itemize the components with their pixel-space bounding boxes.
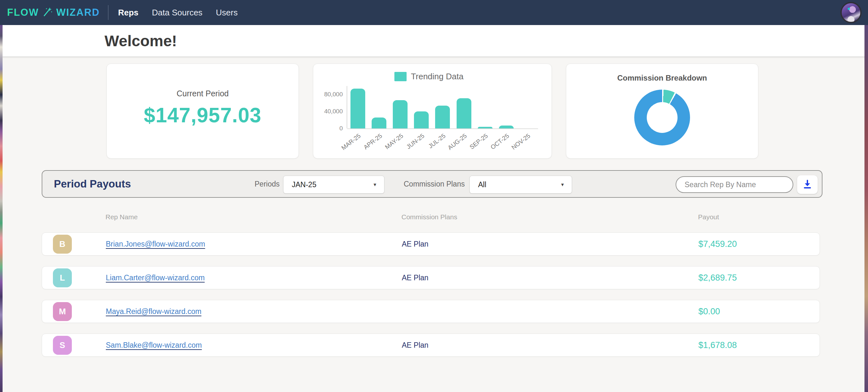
rep-email-link[interactable]: Brian.Jones@flow-wizard.com <box>106 240 205 249</box>
donut-chart-title: Commission Breakdown <box>566 74 758 83</box>
trending-data-card: Trending Data 040,00080,000 MAR-25APR-25… <box>313 63 552 159</box>
legend-label: Trending Data <box>411 72 464 82</box>
table-header-row: Rep Name Commission Plans Payout <box>42 211 820 223</box>
download-button[interactable] <box>797 175 818 194</box>
x-tick-label: JUL-25 <box>427 132 447 150</box>
x-tick-label: SEP-25 <box>468 132 489 151</box>
bar-AUG-25 <box>457 98 471 129</box>
app-logo[interactable]: FLOW WIZARD <box>7 6 100 19</box>
bar-slot-NOV-25: NOV-25 <box>517 86 538 129</box>
bar-slot-SEP-25: SEP-25 <box>474 86 496 129</box>
bar-slot-OCT-25: OCT-25 <box>496 86 517 129</box>
payout-cell: $0.00 <box>699 307 819 316</box>
x-tick-label: JUN-25 <box>405 132 426 150</box>
donut-chart <box>634 90 690 145</box>
bar-JUL-25 <box>435 106 450 129</box>
commission-plan-cell: AE Plan <box>402 274 699 282</box>
x-tick-label: MAR-25 <box>340 132 362 151</box>
x-tick-label: APR-25 <box>362 132 383 151</box>
page-title: Welcome! <box>104 32 177 50</box>
commission-plans-dropdown[interactable]: All ▼ <box>469 176 572 194</box>
bar-MAY-25 <box>393 100 407 129</box>
rep-email-link[interactable]: Liam.Carter@flow-wizard.com <box>106 274 205 282</box>
bar-SEP-25 <box>478 127 493 129</box>
logo-text-flow: FLOW <box>7 7 39 18</box>
current-period-label: Current Period <box>107 89 299 98</box>
y-tick-label: 40,000 <box>324 108 343 115</box>
table-row[interactable]: BBrian.Jones@flow-wizard.comAE Plan$7,45… <box>42 232 820 256</box>
nav-menu: RepsData SourcesUsers <box>118 8 238 18</box>
bar-slot-JUN-25: JUN-25 <box>411 86 432 129</box>
rep-email-link[interactable]: Sam.Blake@flow-wizard.com <box>106 341 202 349</box>
periods-dropdown[interactable]: JAN-25 ▼ <box>283 176 384 194</box>
bar-chart: 040,00080,000 MAR-25APR-25MAY-25JUN-25JU… <box>320 86 538 129</box>
nav-divider <box>108 5 108 20</box>
bar-plot-area: MAR-25APR-25MAY-25JUN-25JUL-25AUG-25SEP-… <box>347 86 538 129</box>
x-tick-label: OCT-25 <box>489 132 510 151</box>
bar-slot-JUL-25: JUL-25 <box>432 86 453 129</box>
bar-OCT-25 <box>499 125 514 129</box>
x-tick-label: MAY-25 <box>384 132 405 151</box>
current-period-value: $147,957.03 <box>107 103 299 127</box>
bar-MAR-25 <box>350 89 365 129</box>
search-rep-input[interactable] <box>676 176 793 193</box>
nav-item-data-sources[interactable]: Data Sources <box>152 8 203 18</box>
desktop-wallpaper-sliver-left <box>0 25 3 392</box>
x-tick-label: AUG-25 <box>447 132 468 151</box>
commission-plans-dropdown-value: All <box>478 180 487 189</box>
payouts-table: Rep Name Commission Plans Payout BBrian.… <box>42 211 820 357</box>
rep-email-link[interactable]: Maya.Reid@flow-wizard.com <box>106 307 202 316</box>
chevron-down-icon: ▼ <box>373 182 377 187</box>
nav-item-reps[interactable]: Reps <box>118 8 138 18</box>
rep-avatar: B <box>53 235 72 254</box>
magic-wand-icon <box>42 6 53 19</box>
bar-JUN-25 <box>414 111 429 129</box>
bar-slot-APR-25: APR-25 <box>368 86 390 129</box>
payout-cell: $7,459.20 <box>699 239 819 249</box>
current-period-card: Current Period $147,957.03 <box>106 63 299 159</box>
commission-plan-cell: AE Plan <box>402 240 699 249</box>
donut-hole <box>647 102 678 133</box>
bar-slot-MAR-25: MAR-25 <box>347 86 368 129</box>
section-title: Period Payouts <box>54 178 131 190</box>
download-icon <box>802 179 812 190</box>
summary-cards-row: Current Period $147,957.03 Trending Data… <box>106 63 868 159</box>
period-payouts-toolbar: Period Payouts Periods JAN-25 ▼ Commissi… <box>42 170 823 198</box>
payout-cell: $1,678.08 <box>699 340 819 350</box>
welcome-band: Welcome! <box>0 25 868 57</box>
y-tick-label: 0 <box>339 125 343 132</box>
commission-breakdown-card: Commission Breakdown <box>566 63 758 159</box>
bar-slot-MAY-25: MAY-25 <box>390 86 411 129</box>
table-row[interactable]: MMaya.Reid@flow-wizard.com$0.00 <box>42 300 820 323</box>
rep-avatar: S <box>53 336 72 355</box>
nav-item-users[interactable]: Users <box>216 8 238 18</box>
legend-swatch <box>394 72 407 81</box>
y-tick-label: 80,000 <box>324 91 343 98</box>
desktop-wallpaper-sliver-right <box>865 25 868 392</box>
header-payout: Payout <box>698 213 820 221</box>
logo-text-wizard: WIZARD <box>56 7 100 18</box>
commission-plan-cell: AE Plan <box>402 341 699 349</box>
header-rep-name: Rep Name <box>105 213 401 221</box>
y-axis-labels: 040,00080,000 <box>320 86 347 129</box>
chevron-down-icon: ▼ <box>560 182 565 187</box>
rep-avatar: L <box>53 269 72 287</box>
header-commission-plans: Commission Plans <box>401 213 698 221</box>
commission-plans-label: Commission Plans <box>404 180 465 189</box>
chart-legend: Trending Data <box>320 72 538 82</box>
periods-label: Periods <box>255 180 280 189</box>
top-navbar: FLOW WIZARD RepsData SourcesUsers <box>0 0 868 25</box>
rep-avatar: M <box>53 302 72 321</box>
periods-dropdown-value: JAN-25 <box>292 180 316 189</box>
bar-slot-AUG-25: AUG-25 <box>454 86 474 129</box>
table-row[interactable]: LLiam.Carter@flow-wizard.comAE Plan$2,68… <box>42 266 820 289</box>
payout-cell: $2,689.75 <box>699 273 819 283</box>
table-body: BBrian.Jones@flow-wizard.comAE Plan$7,45… <box>42 232 820 357</box>
table-row[interactable]: SSam.Blake@flow-wizard.comAE Plan$1,678.… <box>42 334 820 357</box>
x-tick-label: NOV-25 <box>510 132 532 151</box>
user-avatar[interactable] <box>840 2 862 23</box>
bar-APR-25 <box>372 117 386 129</box>
